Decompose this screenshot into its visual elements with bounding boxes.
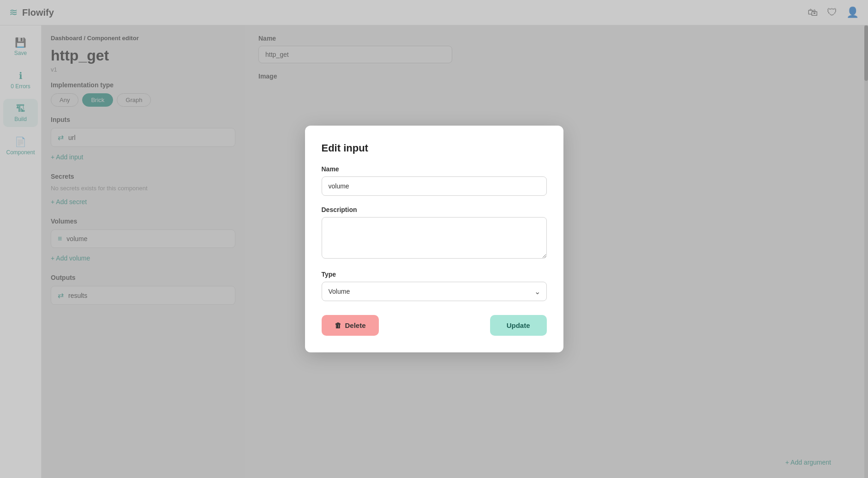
modal-type-field: Type Volume String Integer Boolean File … — [322, 271, 547, 301]
modal-name-field: Name — [322, 165, 547, 196]
update-label: Update — [507, 321, 530, 329]
delete-icon: 🗑 — [335, 321, 341, 329]
modal-overlay: Edit input Name Description Type Volume … — [0, 0, 868, 478]
modal-description-input[interactable] — [322, 217, 547, 259]
modal-name-label: Name — [322, 165, 547, 173]
update-button[interactable]: Update — [490, 315, 547, 336]
modal-type-select[interactable]: Volume String Integer Boolean File — [322, 282, 547, 301]
delete-label: Delete — [345, 321, 366, 329]
modal-name-input[interactable] — [322, 176, 547, 196]
delete-button[interactable]: 🗑 Delete — [322, 315, 379, 336]
modal-actions: 🗑 Delete Update — [322, 315, 547, 336]
modal-type-label: Type — [322, 271, 547, 278]
modal-title: Edit input — [322, 142, 547, 154]
modal-description-field: Description — [322, 206, 547, 260]
modal-type-wrapper: Volume String Integer Boolean File ⌄ — [322, 282, 547, 301]
modal-description-label: Description — [322, 206, 547, 213]
edit-input-modal: Edit input Name Description Type Volume … — [305, 126, 563, 352]
